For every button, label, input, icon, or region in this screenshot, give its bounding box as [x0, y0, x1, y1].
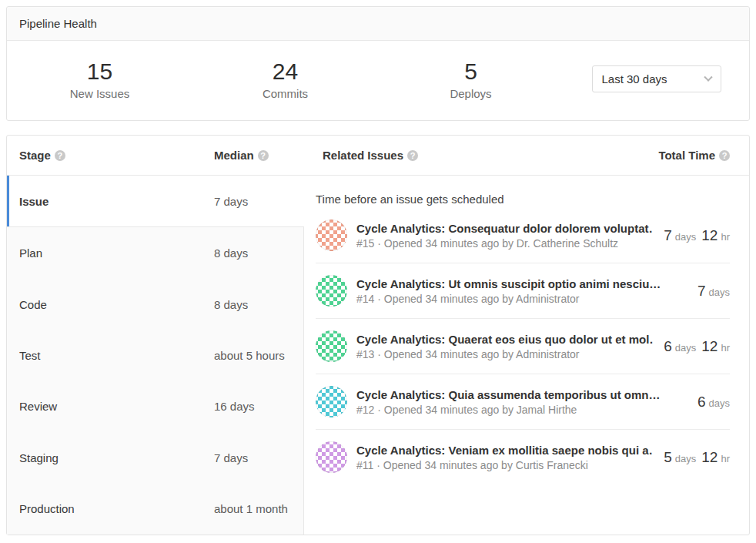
metric-deploys: 5 Deploys: [378, 58, 564, 100]
avatar[interactable]: [316, 441, 347, 473]
stage-name: Review: [19, 400, 214, 413]
avatar[interactable]: [316, 275, 347, 307]
date-range-cell: Last 30 days: [564, 65, 749, 92]
issue-main: Cycle Analytics: Quia assumenda temporib…: [356, 388, 687, 416]
issue-total-time: 7days12hr: [664, 227, 730, 244]
time-number: 6: [664, 338, 672, 354]
table-header: Stage? Median? Related Issues? Total Tim…: [7, 136, 749, 176]
issue-row: Cycle Analytics: Ut omnis suscipit optio…: [316, 263, 730, 319]
header-related-issues-label: Related Issues: [323, 149, 403, 162]
issue-ref[interactable]: #13: [356, 348, 374, 360]
date-range-select[interactable]: Last 30 days: [592, 65, 721, 92]
time-unit: hr: [721, 231, 730, 243]
time-number: 6: [697, 394, 706, 410]
time-unit: days: [709, 287, 730, 298]
issue-opened-text: · Opened 34 minutes ago by: [374, 348, 516, 360]
stage-description: Time before an issue gets scheduled: [316, 176, 730, 208]
help-icon[interactable]: ?: [407, 150, 418, 161]
stage-median: 7 days: [214, 451, 248, 464]
avatar[interactable]: [316, 386, 347, 417]
metric-value: 5: [378, 58, 564, 85]
time-number: 5: [664, 449, 672, 465]
panel-title: Pipeline Health: [7, 7, 749, 41]
issue-main: Cycle Analytics: Ut omnis suscipit optio…: [356, 277, 687, 305]
header-stage: Stage?: [19, 149, 214, 162]
stage-row[interactable]: Code 8 days: [7, 279, 304, 330]
avatar[interactable]: [316, 220, 347, 251]
time-unit: days: [675, 453, 696, 464]
avatar[interactable]: [316, 330, 347, 362]
issue-row: Cycle Analytics: Quia assumenda temporib…: [316, 374, 730, 430]
cycle-analytics-panel: Stage? Median? Related Issues? Total Tim…: [6, 135, 750, 535]
stage-row[interactable]: Plan 8 days: [7, 226, 304, 278]
stage-name: Test: [19, 349, 214, 362]
stage-list: Issue 7 days Plan 8 days Code 8 days Tes…: [7, 176, 304, 535]
header-related-issues: Related Issues?: [311, 149, 658, 162]
metric-label: Deploys: [378, 87, 564, 100]
stage-row[interactable]: Staging 7 days: [7, 432, 304, 483]
issue-author[interactable]: Jamal Hirthe: [517, 404, 577, 416]
time-unit: hr: [721, 453, 730, 464]
help-icon[interactable]: ?: [719, 150, 730, 161]
issue-title[interactable]: Cycle Analytics: Veniam ex mollitia saep…: [356, 444, 653, 457]
time-unit: days: [675, 342, 696, 354]
stage-row[interactable]: Issue 7 days: [7, 176, 304, 226]
time-number: 7: [697, 283, 706, 299]
related-issues-panel: Time before an issue gets scheduled Cycl…: [304, 176, 749, 535]
stage-name: Code: [19, 298, 214, 311]
issue-meta: #15 · Opened 34 minutes ago by Dr. Cathe…: [356, 237, 653, 250]
stage-median: 16 days: [214, 400, 255, 413]
time-number: 12: [701, 449, 718, 465]
stage-name: Production: [19, 502, 214, 515]
help-icon[interactable]: ?: [55, 150, 65, 161]
stage-median: 7 days: [214, 195, 248, 208]
header-median: Median?: [214, 149, 311, 162]
issue-meta: #12 · Opened 34 minutes ago by Jamal Hir…: [356, 404, 687, 416]
issue-total-time: 6days: [697, 394, 730, 411]
time-number: 7: [664, 227, 672, 243]
header-median-label: Median: [214, 149, 254, 162]
time-unit: days: [709, 397, 730, 409]
issue-author[interactable]: Administrator: [516, 293, 579, 305]
issue-ref[interactable]: #11: [356, 459, 373, 471]
issue-title[interactable]: Cycle Analytics: Consequatur dolor dolor…: [356, 222, 653, 235]
stage-median: 8 days: [214, 246, 248, 260]
issue-title[interactable]: Cycle Analytics: Ut omnis suscipit optio…: [356, 277, 687, 290]
issue-opened-text: · Opened 34 minutes ago by: [374, 404, 516, 416]
issue-row: Cycle Analytics: Consequatur dolor dolor…: [316, 208, 730, 263]
issue-row: Cycle Analytics: Veniam ex mollitia saep…: [316, 430, 730, 484]
stage-row[interactable]: Production about 1 month: [7, 484, 304, 535]
time-number: 12: [701, 338, 718, 354]
issue-total-time: 7days: [697, 283, 730, 300]
help-icon[interactable]: ?: [258, 150, 269, 161]
stage-median: about 5 hours: [214, 349, 285, 362]
issue-opened-text: · Opened 34 minutes ago by: [374, 237, 516, 250]
issue-title[interactable]: Cycle Analytics: Quaerat eos eius quo do…: [356, 333, 653, 346]
metric-commits: 24 Commits: [192, 58, 378, 100]
issue-opened-text: · Opened 34 minutes ago by: [373, 459, 515, 471]
issue-meta: #13 · Opened 34 minutes ago by Administr…: [356, 348, 653, 360]
issue-ref[interactable]: #14: [356, 293, 374, 305]
issue-total-time: 6days12hr: [664, 338, 730, 355]
issue-ref[interactable]: #12: [356, 404, 374, 416]
issue-main: Cycle Analytics: Quaerat eos eius quo do…: [356, 333, 653, 360]
issue-author[interactable]: Curtis Franecki: [516, 459, 588, 471]
issue-main: Cycle Analytics: Veniam ex mollitia saep…: [356, 444, 653, 471]
stage-name: Plan: [19, 246, 214, 260]
issue-title[interactable]: Cycle Analytics: Quia assumenda temporib…: [356, 388, 687, 401]
issue-ref[interactable]: #15: [356, 237, 374, 250]
issue-meta: #14 · Opened 34 minutes ago by Administr…: [356, 293, 687, 305]
stage-name: Staging: [19, 451, 214, 464]
issue-author[interactable]: Administrator: [516, 348, 579, 360]
issue-author[interactable]: Dr. Catherine Schultz: [517, 237, 618, 250]
metric-value: 15: [7, 58, 192, 85]
header-total-time-label: Total Time: [658, 149, 715, 162]
pipeline-health-panel: Pipeline Health 15 New Issues 24 Commits…: [6, 6, 750, 121]
header-total-time: Total Time?: [658, 149, 730, 162]
time-unit: hr: [721, 342, 730, 354]
metric-label: New Issues: [7, 87, 192, 100]
metrics-row: 15 New Issues 24 Commits 5 Deploys Last …: [7, 41, 749, 120]
date-range-value: Last 30 days: [602, 72, 667, 85]
stage-row[interactable]: Review 16 days: [7, 381, 304, 432]
stage-row[interactable]: Test about 5 hours: [7, 330, 304, 380]
